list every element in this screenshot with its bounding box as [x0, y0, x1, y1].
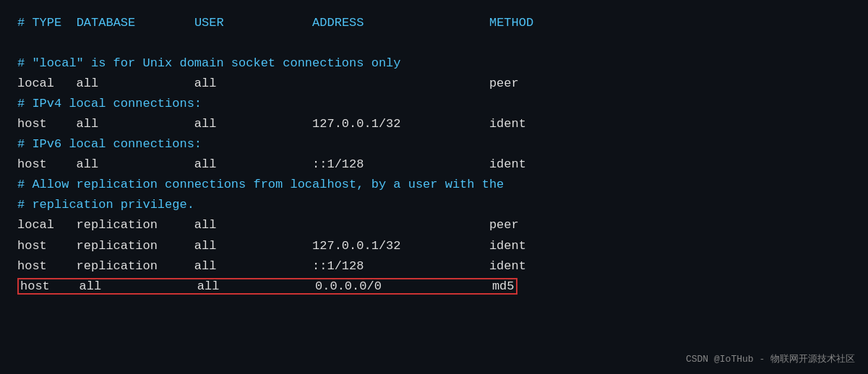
watermark: CSDN @IoTHub - 物联网开源技术社区 [686, 352, 855, 365]
comment-replication: # Allow replication connections from loc… [17, 178, 504, 191]
comment-ipv4: # IPv4 local connections: [17, 97, 202, 110]
comment-ipv6: # IPv6 local connections: [17, 137, 202, 151]
line-local-all: local all all peer [17, 77, 519, 90]
comment-privilege: # replication privilege. [17, 198, 194, 212]
line-host-all-md5: host all all 0.0.0.0/0 md5 [17, 278, 517, 295]
header-line: # TYPE DATABASE USER ADDRESS METHOD [17, 16, 533, 30]
comment-local: # "local" is for Unix domain socket conn… [17, 56, 401, 70]
terminal-content: # TYPE DATABASE USER ADDRESS METHOD # "l… [17, 13, 851, 297]
line-host-replication-ipv6: host replication all ::1/128 ident [17, 259, 526, 273]
line-host-ipv6: host all all ::1/128 ident [17, 157, 526, 171]
line-host-ipv4: host all all 127.0.0.1/32 ident [17, 117, 526, 131]
line-host-replication-ipv4: host replication all 127.0.0.1/32 ident [17, 239, 526, 253]
line-local-replication: local replication all peer [17, 218, 519, 232]
terminal-window: # TYPE DATABASE USER ADDRESS METHOD # "l… [0, 0, 868, 374]
